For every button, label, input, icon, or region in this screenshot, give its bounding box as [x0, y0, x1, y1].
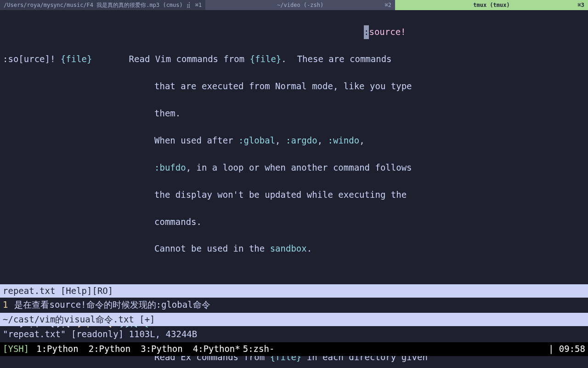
- terminal-tab-1[interactable]: /Users/roya/mysync/music/F4 我是真的真的很爱你.mp…: [0, 0, 205, 10]
- tmux-window-4-active[interactable]: 4:Python*: [193, 342, 240, 356]
- line-number: 1: [3, 299, 8, 310]
- help-line: them.: [3, 107, 585, 120]
- spinner-icon: ⣾: [187, 1, 191, 10]
- help-line: :bufdo, in a loop or when another comman…: [3, 161, 585, 174]
- tmux-window-2[interactable]: 2:Python: [89, 342, 131, 356]
- cursor: :: [364, 25, 369, 39]
- terminal-tab-2[interactable]: ~/video (-zsh) ⌘2: [205, 0, 395, 10]
- help-line: Cannot be used in the sandbox.: [3, 242, 585, 255]
- tab-hotkey: ⌘3: [573, 1, 584, 10]
- help-line: the display won't be updated while execu…: [3, 188, 585, 201]
- terminal-tab-bar: /Users/roya/mysync/music/F4 我是真的真的很爱你.mp…: [0, 0, 588, 10]
- buffer-text: 是在查看source!命令的时候发现的:global命令: [14, 299, 210, 310]
- tab-label: ~/video (-zsh): [277, 1, 323, 10]
- tmux-clock: | 09:58: [548, 342, 585, 356]
- statusline-main-buffer: ~/cast/vim的visual命令.txt [+]: [0, 313, 588, 326]
- help-line: [3, 269, 585, 282]
- tab-label: /Users/roya/mysync/music/F4 我是真的真的很爱你.mp…: [4, 1, 183, 10]
- tmux-session-name: [YSH]: [3, 342, 29, 356]
- help-line: that are executed from Normal mode, like…: [3, 80, 585, 93]
- tab-hotkey: ⌘1: [191, 1, 202, 10]
- help-line: commands.: [3, 215, 585, 229]
- tab-hotkey: ⌘2: [380, 1, 391, 10]
- help-line: :source!: [3, 25, 585, 39]
- terminal-tab-3-active[interactable]: tmux (tmux) ⌘3: [395, 0, 588, 10]
- buffer-line[interactable]: 1是在查看source!命令的时候发现的:global命令: [0, 298, 588, 311]
- tag-source-bang: source!: [369, 27, 406, 37]
- tmux-status-line[interactable]: [YSH] 1:Python 2:Python 3:Python 4:Pytho…: [0, 342, 588, 356]
- tmux-window-1[interactable]: 1:Python: [36, 342, 79, 356]
- help-line: :so[urce]! {file} Read Vim commands from…: [3, 52, 585, 66]
- statusline-help-window: repeat.txt [Help][RO]: [0, 284, 588, 298]
- tmux-window-5[interactable]: 5:zsh-: [243, 342, 275, 356]
- tmux-window-3[interactable]: 3:Python: [141, 342, 183, 356]
- help-line: When used after :global, :argdo, :windo,: [3, 134, 585, 147]
- tab-label: tmux (tmux): [473, 1, 509, 10]
- vim-message-line: "repeat.txt" [readonly] 1103L, 43244B: [0, 328, 588, 341]
